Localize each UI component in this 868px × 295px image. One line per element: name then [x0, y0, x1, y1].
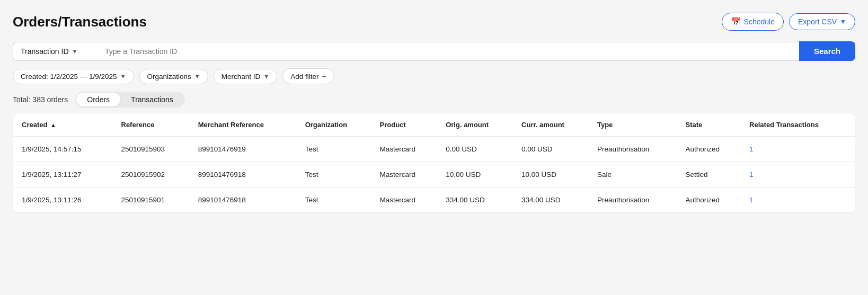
cell-state: Authorized [679, 137, 743, 162]
cell-orig-amount: 334.00 USD [439, 187, 515, 213]
chevron-down-icon: ▼ [72, 48, 78, 55]
data-table: Created ▲ Reference Merchant Reference O… [13, 113, 855, 213]
chevron-down-icon: ▼ [120, 73, 126, 79]
filter-type-label: Transaction ID [21, 47, 69, 56]
cell-type: Preauthorisation [591, 187, 679, 213]
col-organization: Organization [299, 113, 374, 137]
col-related-transactions: Related Transactions [743, 113, 855, 137]
cell-merchant-reference: 899101476919 [192, 137, 299, 162]
cell-related-transactions[interactable]: 1 [743, 162, 855, 187]
table-header-row: Created ▲ Reference Merchant Reference O… [13, 113, 855, 137]
sort-arrow-icon: ▲ [50, 122, 56, 128]
col-reference: Reference [115, 113, 192, 137]
cell-organization: Test [299, 187, 374, 213]
cell-orig-amount: 0.00 USD [439, 137, 515, 162]
calendar-icon: 📅 [731, 17, 741, 26]
filter-type-dropdown[interactable]: Transaction ID ▼ [13, 42, 98, 61]
col-created[interactable]: Created ▲ [13, 113, 115, 137]
related-transactions-link[interactable]: 1 [749, 196, 754, 204]
tab-transactions[interactable]: Transactions [120, 93, 184, 106]
merchant-id-label: Merchant ID [222, 73, 261, 81]
cell-product: Mastercard [374, 137, 440, 162]
schedule-label: Schedule [744, 17, 775, 26]
total-label: Total: 383 orders [13, 95, 68, 104]
table-row[interactable]: 1/9/2025, 13:11:262501091590189910147691… [13, 187, 855, 213]
cell-merchant-reference: 899101476918 [192, 162, 299, 187]
page-title: Orders/Transactions [13, 14, 147, 30]
plus-icon: + [322, 72, 326, 81]
col-state: State [679, 113, 743, 137]
merchant-id-filter[interactable]: Merchant ID ▼ [214, 69, 277, 84]
chevron-down-icon: ▼ [263, 73, 269, 79]
cell-product: Mastercard [374, 187, 440, 213]
col-orig-amount: Orig. amount [439, 113, 515, 137]
cell-type: Preauthorisation [591, 137, 679, 162]
cell-curr-amount: 0.00 USD [515, 137, 591, 162]
cell-created: 1/9/2025, 13:11:27 [13, 162, 115, 187]
col-merchant-reference: Merchant Reference [192, 113, 299, 137]
cell-state: Settled [679, 162, 743, 187]
cell-created: 1/9/2025, 14:57:15 [13, 137, 115, 162]
cell-type: Sale [591, 162, 679, 187]
schedule-button[interactable]: 📅 Schedule [722, 13, 784, 31]
related-transactions-link[interactable]: 1 [749, 171, 754, 178]
table-row[interactable]: 1/9/2025, 14:57:152501091590389910147691… [13, 137, 855, 162]
search-button[interactable]: Search [799, 41, 855, 61]
export-csv-button[interactable]: Export CSV ▼ [789, 13, 855, 30]
search-row: Transaction ID ▼ Search [13, 41, 855, 61]
cell-reference: 25010915901 [115, 187, 192, 213]
header-row: Orders/Transactions 📅 Schedule Export CS… [13, 13, 855, 31]
csv-chevron-icon: ▼ [840, 18, 846, 25]
table-row[interactable]: 1/9/2025, 13:11:272501091590289910147691… [13, 162, 855, 187]
cell-orig-amount: 10.00 USD [439, 162, 515, 187]
total-row: Total: 383 orders Orders Transactions [13, 92, 855, 108]
col-product: Product [374, 113, 440, 137]
col-curr-amount: Curr. amount [515, 113, 591, 137]
organizations-label: Organizations [147, 73, 191, 81]
chevron-down-icon: ▼ [194, 73, 200, 79]
date-range-label: Created: 1/2/2025 — 1/9/2025 [21, 73, 117, 81]
date-range-filter[interactable]: Created: 1/2/2025 — 1/9/2025 ▼ [13, 69, 134, 84]
cell-reference: 25010915902 [115, 162, 192, 187]
cell-related-transactions[interactable]: 1 [743, 187, 855, 213]
tab-orders[interactable]: Orders [76, 93, 120, 106]
filter-row: Created: 1/2/2025 — 1/9/2025 ▼ Organizat… [13, 68, 855, 84]
add-filter-button[interactable]: Add filter + [282, 68, 334, 84]
cell-merchant-reference: 899101476918 [192, 187, 299, 213]
organizations-filter[interactable]: Organizations ▼ [139, 69, 208, 84]
cell-created: 1/9/2025, 13:11:26 [13, 187, 115, 213]
cell-organization: Test [299, 162, 374, 187]
search-input[interactable] [98, 42, 799, 61]
related-transactions-link[interactable]: 1 [749, 145, 754, 153]
add-filter-label: Add filter [290, 73, 318, 81]
page: Orders/Transactions 📅 Schedule Export CS… [0, 0, 868, 295]
export-csv-label: Export CSV [798, 17, 837, 26]
col-type: Type [591, 113, 679, 137]
tabs: Orders Transactions [75, 92, 184, 108]
cell-product: Mastercard [374, 162, 440, 187]
header-actions: 📅 Schedule Export CSV ▼ [722, 13, 855, 31]
cell-organization: Test [299, 137, 374, 162]
cell-reference: 25010915903 [115, 137, 192, 162]
cell-curr-amount: 334.00 USD [515, 187, 591, 213]
cell-curr-amount: 10.00 USD [515, 162, 591, 187]
cell-state: Authorized [679, 187, 743, 213]
cell-related-transactions[interactable]: 1 [743, 137, 855, 162]
